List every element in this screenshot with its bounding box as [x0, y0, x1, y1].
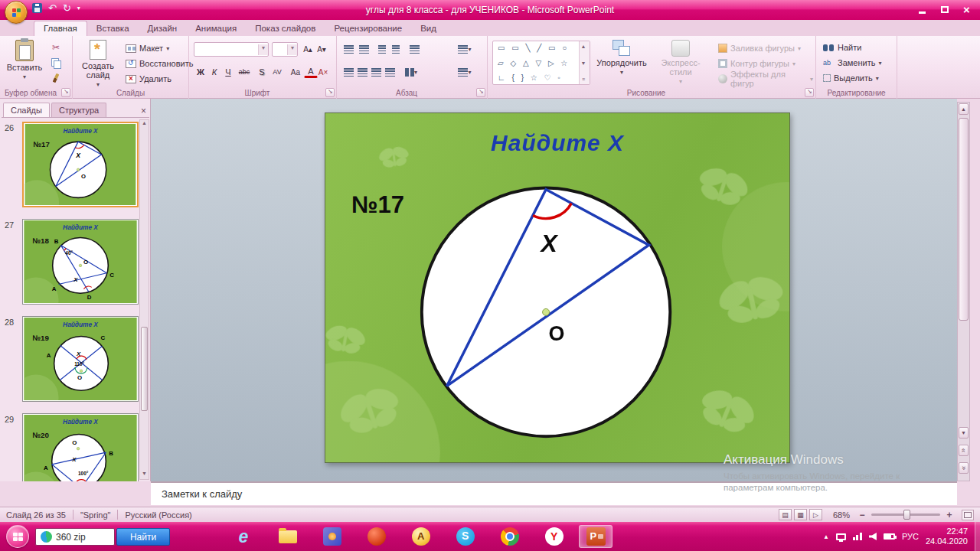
arrange-button[interactable]: Упорядочить ▾: [596, 39, 647, 77]
scroll-down-icon[interactable]: ▼: [959, 427, 969, 439]
tray-volume-icon[interactable]: [869, 533, 877, 540]
qat-customize-icon[interactable]: ▾: [77, 5, 80, 11]
font-dialog-launcher[interactable]: [325, 88, 335, 97]
taskbar-app-internet-explorer[interactable]: [227, 525, 260, 548]
slideshow-view-icon[interactable]: ▷: [809, 509, 822, 520]
notes-pane[interactable]: Заметки к слайду: [151, 481, 957, 505]
italic-button[interactable]: К: [207, 65, 221, 79]
taskbar-app-chrome[interactable]: [493, 525, 527, 548]
decrease-indent-button[interactable]: [375, 42, 389, 56]
fit-to-window-button[interactable]: [962, 510, 974, 520]
font-name-combo[interactable]: [194, 42, 269, 57]
tab-view[interactable]: Вид: [411, 21, 446, 36]
slide-sorter-view-icon[interactable]: ▦: [794, 509, 807, 520]
layout-button[interactable]: Макет▾: [123, 41, 172, 55]
select-button[interactable]: Выделить▾: [821, 71, 881, 85]
numbering-button[interactable]: [357, 42, 371, 56]
bold-button[interactable]: Ж: [194, 65, 207, 79]
shapes-gallery[interactable]: ▭ ▭ ╲ ╱ ▭ ○ ▱ ◇ △ ▽ ▷ ☆ ∟ { } ☆ ♡ ◦ ▲▼≡: [492, 41, 590, 85]
slide-thumbnail-28[interactable]: Найдите Х №19 C A X 110° O: [22, 316, 139, 402]
tab-design[interactable]: Дизайн: [139, 21, 187, 36]
new-slide-button[interactable]: Создать слайд ▾: [76, 39, 120, 89]
tab-slideshow[interactable]: Показ слайдов: [246, 21, 325, 36]
character-spacing-button[interactable]: AV: [269, 65, 286, 79]
taskbar-app-alice[interactable]: [404, 525, 438, 548]
grow-font-button[interactable]: А▴: [301, 42, 315, 56]
slide-title[interactable]: Найдите Х: [325, 130, 789, 156]
line-spacing-button[interactable]: [407, 42, 421, 56]
taskbar-app-skype[interactable]: [449, 525, 482, 548]
tray-monitor-icon[interactable]: [836, 533, 846, 540]
align-center-button[interactable]: [355, 65, 369, 79]
increase-indent-button[interactable]: [389, 42, 403, 56]
slide-canvas[interactable]: X O Найдите Х №17: [325, 112, 790, 463]
start-button[interactable]: [6, 525, 29, 548]
taskbar-search-button[interactable]: Найти: [116, 528, 170, 546]
scrollbar-thumb[interactable]: [959, 118, 969, 321]
shape-outline-button[interactable]: Контур фигуры▾: [716, 57, 798, 70]
panel-scrollbar-thumb[interactable]: [141, 327, 148, 411]
tab-outline[interactable]: Структура: [51, 103, 106, 117]
bullets-button[interactable]: [341, 42, 355, 56]
zoom-in-icon[interactable]: +: [945, 510, 954, 520]
show-desktop-button[interactable]: [975, 522, 980, 551]
tab-animation[interactable]: Анимация: [186, 21, 246, 36]
taskbar-app-game[interactable]: [360, 525, 394, 548]
quick-styles-button[interactable]: Экспресс-стили ▾: [650, 39, 711, 86]
slide-thumbnail-26[interactable]: Найдите Х №17 X O: [22, 122, 139, 207]
shapes-scroll[interactable]: ▲▼≡: [579, 41, 590, 84]
format-painter-button[interactable]: [49, 71, 63, 85]
replace-button[interactable]: Заменить▾: [821, 56, 884, 70]
tray-battery-icon[interactable]: [884, 533, 895, 540]
reset-slide-button[interactable]: Восстановить: [123, 57, 195, 70]
tray-network-icon[interactable]: [853, 533, 862, 540]
text-shadow-button[interactable]: S: [255, 65, 269, 79]
zoom-slider[interactable]: [871, 514, 940, 516]
shrink-font-button[interactable]: А▾: [315, 42, 328, 56]
taskbar-app-media[interactable]: [315, 525, 349, 548]
task-number[interactable]: №17: [351, 191, 404, 219]
minimize-button[interactable]: [912, 2, 933, 16]
office-button[interactable]: [5, 1, 28, 24]
underline-button[interactable]: Ч: [221, 65, 235, 79]
paragraph-dialog-launcher[interactable]: [476, 88, 485, 97]
align-text-button[interactable]: ▾: [452, 65, 478, 79]
change-case-button[interactable]: Аа: [287, 65, 304, 79]
tray-language-indicator[interactable]: РУС: [902, 532, 919, 541]
shapes-scroll-up-icon[interactable]: ▲: [581, 44, 589, 49]
delete-slide-button[interactable]: Удалить: [123, 72, 174, 86]
slide-thumbnail-29[interactable]: Найдите Х №20 O A B X 100° C: [22, 413, 139, 481]
previous-slide-button[interactable]: »: [959, 445, 969, 456]
shapes-row-2[interactable]: ▱ ◇ △ ▽ ▷ ☆: [498, 59, 576, 67]
language-status[interactable]: Русский (Россия): [125, 510, 191, 520]
strikethrough-button[interactable]: abc: [235, 65, 253, 79]
tab-slides-thumbnails[interactable]: Слайды: [3, 103, 50, 117]
tray-expand-icon[interactable]: ▲: [823, 533, 829, 540]
zoom-out-icon[interactable]: −: [858, 510, 867, 520]
save-icon[interactable]: [32, 3, 42, 13]
tray-clock[interactable]: 22:47 24.04.2020: [926, 527, 968, 546]
copy-button[interactable]: [49, 56, 63, 70]
redo-icon[interactable]: ↻: [63, 3, 71, 13]
cut-button[interactable]: ✂: [49, 41, 63, 54]
normal-view-icon[interactable]: ▤: [779, 509, 792, 520]
clipboard-dialog-launcher[interactable]: [61, 88, 70, 97]
taskbar-search-box[interactable]: 360 zip: [35, 528, 115, 546]
next-slide-button[interactable]: »: [959, 462, 969, 474]
undo-icon[interactable]: ↶: [48, 3, 57, 13]
tab-review[interactable]: Рецензирование: [325, 21, 411, 36]
font-size-combo[interactable]: [272, 42, 298, 57]
find-button[interactable]: Найти: [821, 41, 864, 54]
align-left-button[interactable]: [341, 65, 355, 79]
close-button[interactable]: ×: [956, 2, 977, 16]
font-color-button[interactable]: А: [304, 65, 318, 78]
panel-close-icon[interactable]: ×: [141, 107, 146, 115]
shape-effects-button[interactable]: Эффекты для фигур▾: [716, 72, 815, 86]
shapes-row-1[interactable]: ▭ ▭ ╲ ╱ ▭ ○: [498, 44, 576, 52]
slide-thumbnail-27[interactable]: Найдите Х №18 B 40° O X C A D: [22, 219, 139, 305]
justify-button[interactable]: [383, 65, 397, 79]
shapes-scroll-down-icon[interactable]: ▼: [581, 60, 589, 66]
taskbar-app-yandex[interactable]: [537, 525, 571, 548]
taskbar-app-explorer[interactable]: [271, 525, 305, 548]
vertical-scrollbar[interactable]: ▲ ▼ » »: [957, 102, 970, 481]
